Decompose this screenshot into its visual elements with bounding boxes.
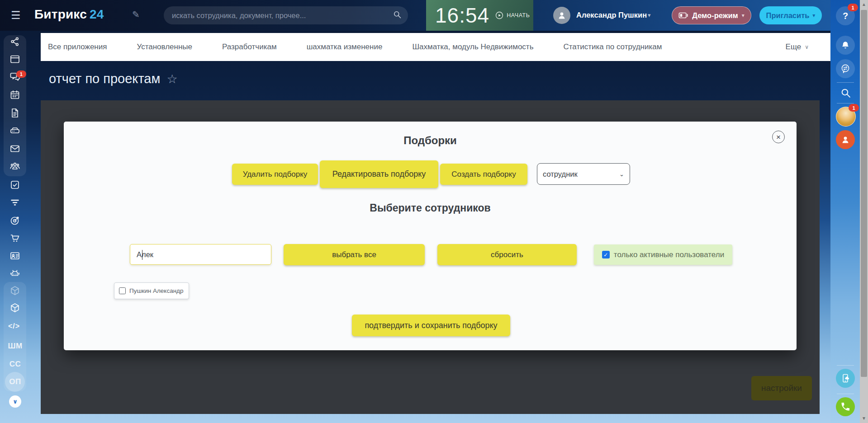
delete-selection-button[interactable]: Удалить подборку xyxy=(232,164,318,185)
confirm-save-button[interactable]: подтвердить и сохранить подборку xyxy=(352,315,510,336)
section-title: Выберите сотрудников xyxy=(64,202,797,214)
automation-robot-icon[interactable] xyxy=(9,268,20,278)
employee-search-input[interactable]: Алек xyxy=(130,244,271,265)
people-icon[interactable] xyxy=(9,160,20,171)
demo-mode-button[interactable]: Демо-режим ▾ xyxy=(672,6,751,24)
checkbox-checked-icon[interactable]: ✓ xyxy=(602,251,610,258)
checkbox-unchecked-icon[interactable] xyxy=(119,287,126,294)
user-menu-chevron-icon[interactable]: ▾ xyxy=(648,12,651,19)
entity-type-value: сотрудник xyxy=(543,170,578,179)
mobile-icon xyxy=(840,373,851,384)
sidebar-collapse-button[interactable]: ∨ xyxy=(9,395,21,408)
target-icon[interactable] xyxy=(9,215,20,226)
start-workday[interactable]: НАЧАТЬ xyxy=(495,11,530,20)
user-avatar[interactable] xyxy=(553,7,570,24)
documents-icon[interactable] xyxy=(9,108,20,118)
scroll-up-arrow[interactable]: ▲ xyxy=(860,2,868,7)
page-scrollbar[interactable]: ▲ ▼ xyxy=(860,0,868,423)
employee-search-value: Алек xyxy=(137,250,153,259)
store-icon[interactable] xyxy=(9,233,20,244)
rail-divider xyxy=(837,82,854,83)
edit-selection-button[interactable]: Редактировать подборку xyxy=(320,160,438,188)
invite-label: Пригласить xyxy=(766,11,810,20)
contacts-card-icon[interactable] xyxy=(9,250,20,261)
settings-button[interactable]: настройки xyxy=(751,376,812,400)
page-header: отчет по проектам ☆ xyxy=(49,71,178,86)
employee-suggestion-item[interactable]: Пушкин Александр xyxy=(114,282,189,299)
hamburger-menu-icon[interactable]: ☰ xyxy=(11,9,21,22)
app-nav-bar: Все приложения Установленные Разработчик… xyxy=(41,33,830,61)
rail-divider xyxy=(837,394,854,394)
help-icon: ? xyxy=(843,11,848,21)
search-icon[interactable] xyxy=(393,10,402,21)
nav-more[interactable]: Еще ∨ xyxy=(786,42,809,52)
bitrix24-app: ☰ Битрикс24 ✎ 16:54 НАЧАТЬ Александр Пуш… xyxy=(0,0,868,423)
person-icon xyxy=(840,134,851,145)
rail-search-button[interactable] xyxy=(836,83,855,102)
start-label: НАЧАТЬ xyxy=(507,12,530,19)
feed-icon[interactable] xyxy=(9,36,20,47)
tasks-icon[interactable] xyxy=(9,179,20,190)
sidebar-item-ss[interactable]: СС xyxy=(0,360,30,369)
invite-button[interactable]: Пригласить ▾ xyxy=(759,6,822,24)
invite-chevron-icon: ▾ xyxy=(812,12,815,19)
drive-icon[interactable] xyxy=(9,126,20,136)
nav-item-chess-change[interactable]: шахматка изменение xyxy=(307,42,383,52)
scrollbar-thumb[interactable] xyxy=(861,10,867,377)
mobile-app-button[interactable] xyxy=(836,369,855,388)
sidebar-item-shm[interactable]: ШМ xyxy=(0,342,30,351)
nav-item-installed[interactable]: Установленные xyxy=(137,42,192,52)
logo-text: Битрикс xyxy=(34,7,87,21)
reset-button[interactable]: сбросить xyxy=(437,244,577,265)
page-title: отчет по проектам xyxy=(49,71,160,86)
messenger-button[interactable] xyxy=(836,59,855,78)
notifications-button[interactable] xyxy=(836,36,855,55)
left-sidebar: 1 </> ШМ СС ОП ∨ xyxy=(0,31,30,423)
search-icon xyxy=(840,87,851,99)
top-bar: ☰ Битрикс24 ✎ 16:54 НАЧАТЬ Александр Пуш… xyxy=(0,0,830,31)
entity-type-select[interactable]: сотрудник ⌄ xyxy=(537,163,630,185)
chat-badge: 1 xyxy=(16,70,26,78)
sidebar-item-op[interactable]: ОП xyxy=(0,377,30,386)
demo-chevron-icon: ▾ xyxy=(742,12,745,19)
marketplace-icon-dim[interactable] xyxy=(9,285,20,296)
logo[interactable]: Битрикс24 xyxy=(34,7,104,22)
user-name[interactable]: Александр Пушкин xyxy=(576,11,647,19)
mail-icon[interactable] xyxy=(9,143,20,154)
battery-icon xyxy=(678,12,688,19)
messenger-icon xyxy=(840,63,851,74)
code-icon[interactable]: </> xyxy=(8,322,20,330)
favorite-star-icon[interactable]: ☆ xyxy=(166,72,177,86)
marketplace-icon[interactable] xyxy=(9,302,20,313)
worktime-widget[interactable]: 16:54 НАЧАТЬ xyxy=(426,0,533,31)
scroll-down-arrow[interactable]: ▼ xyxy=(860,416,868,421)
crm-funnel-icon[interactable] xyxy=(9,197,20,208)
create-selection-button[interactable]: Создать подборку xyxy=(440,164,527,185)
chevron-down-icon: ∨ xyxy=(13,398,18,405)
active-users-toggle[interactable]: ✓ только активные пользователи xyxy=(594,244,732,265)
bell-icon xyxy=(840,40,850,50)
select-chevron-icon: ⌄ xyxy=(619,171,624,178)
rail-divider xyxy=(837,103,854,103)
nav-item-chess-realty[interactable]: Шахматка, модуль Недвижимость xyxy=(412,42,533,52)
demo-mode-label: Демо-режим xyxy=(692,11,738,20)
play-icon xyxy=(495,11,504,20)
calendar-icon[interactable] xyxy=(9,89,20,100)
nav-item-all-apps[interactable]: Все приложения xyxy=(48,42,107,52)
select-all-button[interactable]: выбрать все xyxy=(284,244,425,265)
global-search xyxy=(164,6,408,24)
nav-more-label: Еще xyxy=(786,42,802,52)
apps-window-icon[interactable] xyxy=(9,54,20,65)
contact-center-avatar[interactable] xyxy=(836,130,855,149)
suggestion-label: Пушкин Александр xyxy=(129,287,183,294)
person-icon xyxy=(556,10,567,21)
global-search-input[interactable] xyxy=(164,11,393,20)
nav-more-chevron-icon: ∨ xyxy=(805,44,809,50)
edit-pencil-icon[interactable]: ✎ xyxy=(132,9,140,20)
nav-item-developers[interactable]: Разработчикам xyxy=(222,42,277,52)
modal-title: Подборки xyxy=(64,134,797,147)
nav-item-employee-stats[interactable]: Статистика по сотрудникам xyxy=(564,42,662,52)
clock-time: 16:54 xyxy=(435,3,489,28)
selections-modal: × Подборки Удалить подборку Редактироват… xyxy=(64,122,797,350)
telephony-button[interactable] xyxy=(836,397,855,416)
